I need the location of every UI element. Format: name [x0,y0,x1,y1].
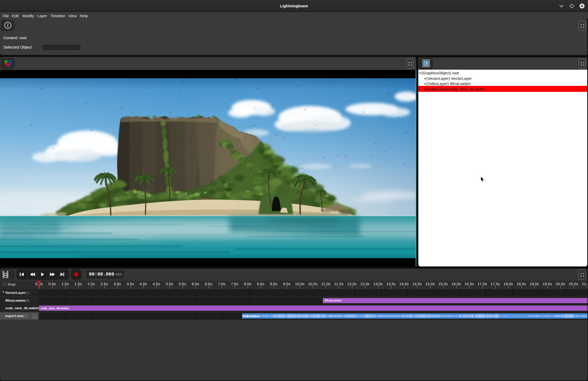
svg-text:?: ? [425,61,427,66]
